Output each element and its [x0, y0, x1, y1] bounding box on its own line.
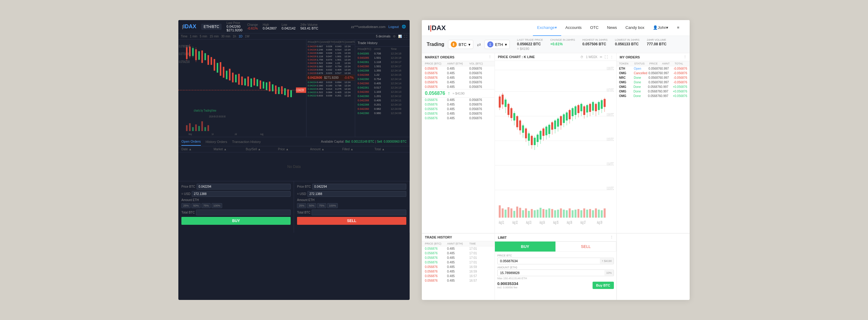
user-icon: 👤 [653, 25, 658, 30]
nav-exchange[interactable]: Exchange [533, 20, 561, 36]
change-stat: CHANGE IN 24HRS +0.61% [550, 38, 575, 51]
mo-row: OMG Done 0.056876 0.997 +0.056876 [617, 89, 690, 94]
tabs-row: Open Orders History Orders Transaction H… [178, 137, 410, 146]
fullscreen-icon[interactable]: ⛶ [404, 35, 407, 38]
sell-pct-75[interactable]: 75% [317, 203, 326, 208]
svg-rect-138 [595, 104, 597, 111]
nav-menu-icon[interactable]: ≡ [673, 20, 684, 36]
mo-row: ETH Open 0.056876 0.997 -0.056876 [617, 66, 690, 71]
sell-pct-50[interactable]: 50% [307, 203, 316, 208]
settings-icon[interactable]: ⚙ [393, 35, 396, 38]
svg-rect-20 [226, 71, 227, 79]
eth-selector[interactable]: Ξ ETH ▾ [485, 40, 510, 49]
sell-pct-100[interactable]: 100% [327, 203, 338, 208]
chart-menu-icon[interactable]: ⋮ [610, 55, 613, 59]
nav-candy-box[interactable]: Candy box [621, 20, 649, 36]
market-orders-header: MARKET ORDERS ⋮ [422, 53, 495, 61]
spread-value: 0.0422600 [308, 76, 322, 79]
mo-row: OMG Done 0.056876 0.997 -0.056876 [617, 80, 690, 85]
spread-usd: $271.9200 [324, 76, 338, 79]
limit-form: PRICE BTC + $4190 AMOUNT (ETH) 10% Max 1… [495, 252, 616, 291]
buy-form: Price BTC = USD Amount ETH 25% 50% 75% 1… [178, 181, 294, 233]
sell-button[interactable]: SELL [297, 217, 406, 225]
svg-text:Aug 01: Aug 01 [499, 220, 504, 225]
buy-price-input[interactable] [196, 184, 291, 190]
sell-pct-25[interactable]: 25% [297, 203, 306, 208]
svg-text:0.04228: 0.04228 [297, 89, 304, 92]
svg-text:0.07803800: 0.07803800 [179, 44, 190, 48]
pair-selector[interactable]: ETH/BTC [201, 24, 222, 30]
svg-rect-151 [516, 206, 518, 218]
svg-text:Aug 06: Aug 06 [567, 220, 572, 225]
svg-rect-30 [256, 79, 258, 86]
tab-open-orders[interactable]: Open Orders [181, 138, 201, 146]
my-orders-menu[interactable]: ⋮ [683, 55, 687, 59]
limit-amount-input[interactable] [498, 270, 604, 276]
chart-toolbar: Time 1 min 5 min 15 min 30 min 1h 1D 1W … [178, 33, 410, 39]
nav-accounts[interactable]: Accounts [561, 20, 586, 36]
svg-rect-158 [536, 210, 538, 218]
svg-rect-112 [557, 119, 559, 127]
nav-news[interactable]: News [603, 20, 621, 36]
amount-max-label: Max 150.45115146 ETH [497, 277, 614, 280]
buy-pct-100[interactable]: 100% [212, 203, 222, 208]
svg-rect-174 [583, 209, 585, 218]
chart-controls: ⏱ 1 WEEK ✏ ⛶ ⋮ [580, 55, 613, 59]
tab-history-orders[interactable]: History Orders [206, 138, 227, 146]
buy-usd-input[interactable] [192, 191, 291, 197]
svg-rect-181 [604, 209, 606, 218]
order-book-row: 0.042261.0820.0370.75412:24 [307, 65, 355, 68]
svg-rect-45 [186, 125, 187, 131]
limit-buy-sell: BUY SELL [495, 242, 616, 252]
svg-rect-25 [241, 77, 243, 85]
order-book-row: 0.042260.8780.0230.51712:24 [307, 71, 355, 75]
sell-usd-row: = USD [297, 191, 406, 197]
swap-icon[interactable]: ⇄ [477, 42, 481, 47]
limit-menu[interactable]: ⋮ [610, 235, 613, 239]
edit-icon[interactable]: ✏ [600, 55, 602, 59]
limit-price-field: PRICE BTC + $4190 [497, 254, 614, 264]
chart-type-icon[interactable]: 📊 [398, 35, 402, 38]
sell-total-row: Total BTC [297, 210, 406, 215]
buy-pct-75[interactable]: 75% [202, 203, 211, 208]
svg-text:May: May [189, 132, 192, 136]
buy-pct-25[interactable]: 25% [181, 203, 190, 208]
market-orders-menu[interactable]: ⋮ [488, 55, 492, 59]
limit-total-value: 0.90035334 [497, 281, 518, 286]
buy-total-input[interactable] [196, 210, 291, 215]
svg-rect-114 [560, 116, 562, 125]
nav-user[interactable]: 👤 John ▾ [649, 20, 673, 36]
svg-rect-171 [575, 210, 577, 218]
buy-pct-50[interactable]: 50% [191, 203, 200, 208]
svg-rect-170 [571, 210, 574, 218]
limit-sell-btn[interactable]: SELL [555, 242, 617, 252]
right-header: I|DAX Exchange Accounts OTC News Candy b… [422, 20, 690, 36]
sell-price-input[interactable] [312, 184, 406, 190]
svg-rect-19 [223, 67, 224, 78]
svg-rect-37 [278, 87, 280, 94]
mo-row: NRC Done 0.056876 0.997 -0.056876 [617, 75, 690, 80]
svg-rect-136 [592, 102, 594, 110]
svg-rect-24 [238, 74, 240, 85]
limit-section: LIMIT ⋮ BUY SELL PRICE BTC + $4190 AMOUN… [495, 234, 617, 300]
buy-btc-button[interactable]: Buy BTC [593, 282, 614, 289]
limit-price-input[interactable] [498, 258, 600, 264]
volume-stat: 24HR VOLUME 777.08 BTC [647, 38, 666, 51]
sell-total-input[interactable] [312, 210, 406, 215]
left-logo: |IDAX [182, 24, 196, 30]
nav-otc[interactable]: OTC [586, 20, 602, 36]
limit-buy-btn[interactable]: BUY [495, 242, 555, 252]
buy-button[interactable]: BUY [181, 217, 291, 225]
buy-sell-section: Price BTC = USD Amount ETH 25% 50% 75% 1… [178, 181, 410, 233]
svg-rect-130 [583, 106, 585, 115]
tab-transaction-history[interactable]: Transaction History [232, 138, 261, 146]
ob-buy-row: 0.0568760.4850.056876 [422, 111, 495, 116]
expand-icon[interactable]: ⛶ [605, 55, 608, 59]
svg-rect-104 [546, 127, 547, 135]
mo-row: OMG Done 0.056876 0.997 +0.056876 [617, 85, 690, 89]
btc-selector[interactable]: ₿ BTC ▾ [448, 40, 473, 49]
sell-form: Price BTC = USD Amount ETH 25% 50% 75% 1… [294, 181, 410, 233]
th-row: 0.0568760.48516:59 [422, 269, 495, 274]
svg-rect-52 [208, 125, 209, 131]
sell-usd-input[interactable] [307, 191, 406, 197]
